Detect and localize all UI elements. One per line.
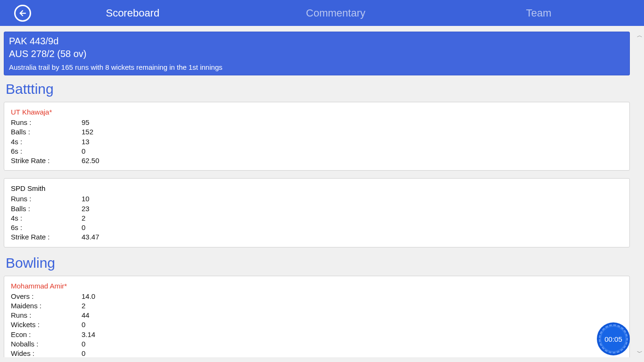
stat-value: 0 [82, 349, 85, 357]
stat-label: Balls : [11, 204, 82, 214]
tab-commentary[interactable]: Commentary [234, 0, 438, 26]
stat-label: Econ : [11, 330, 82, 339]
stat-label: Runs : [11, 118, 82, 127]
stat-value: 3.14 [82, 330, 95, 339]
stat-row: Balls :23 [11, 204, 623, 214]
stat-row: Maidens :2 [11, 301, 623, 311]
stat-label: 6s : [11, 223, 82, 232]
scrollbar[interactable]: ︿ ﹀ [636, 32, 644, 356]
stat-row: Runs :44 [11, 311, 623, 320]
stat-label: Strike Rate : [11, 232, 82, 242]
stat-row: Strike Rate :62.50 [11, 156, 623, 165]
stat-value: 95 [82, 118, 90, 127]
stat-row: Overs :14.0 [11, 292, 623, 301]
stat-value: 2 [82, 301, 85, 311]
stat-label: Noballs : [11, 339, 82, 349]
tab-team[interactable]: Team [437, 0, 640, 26]
stat-label: Maidens : [11, 301, 82, 311]
stat-row: 4s :13 [11, 137, 623, 147]
stat-row: Wides :0 [11, 349, 623, 357]
stat-value: 152 [82, 127, 93, 137]
scroll-down-icon[interactable]: ﹀ [637, 349, 643, 356]
stat-label: Runs : [11, 194, 82, 204]
stat-value: 0 [82, 147, 85, 156]
stat-row: Balls :152 [11, 127, 623, 137]
match-summary: PAK 443/9d AUS 278/2 (58 ov) Australia t… [4, 32, 630, 75]
batter-name: UT Khawaja* [11, 108, 623, 116]
stat-label: Runs : [11, 311, 82, 320]
stat-row: Runs :95 [11, 118, 623, 127]
stat-value: 23 [82, 204, 90, 214]
summary-line-2: AUS 278/2 (58 ov) [9, 48, 625, 60]
bowler-name: Mohammad Amir* [11, 282, 623, 290]
bowling-card: Mohammad Amir* Overs :14.0 Maidens :2 Ru… [4, 276, 630, 358]
arrow-left-icon [18, 9, 27, 17]
stat-value: 10 [82, 194, 90, 204]
batter-name: SPD Smith [11, 184, 623, 192]
stat-value: 62.50 [82, 156, 99, 165]
batting-card: UT Khawaja* Runs :95 Balls :152 4s :13 6… [4, 102, 630, 171]
stat-value: 14.0 [82, 292, 95, 301]
stat-row: 6s :0 [11, 223, 623, 232]
stat-row: Econ :3.14 [11, 330, 623, 339]
summary-status: Australia trail by 165 runs with 8 wicke… [9, 63, 625, 71]
stat-row: 4s :2 [11, 214, 623, 223]
refresh-timer[interactable]: 00:05 [599, 324, 628, 354]
tab-scoreboard[interactable]: Scoreboard [31, 0, 234, 26]
back-button[interactable] [14, 5, 31, 22]
stat-label: Strike Rate : [11, 156, 82, 165]
stat-value: 43.47 [82, 232, 99, 242]
tabs: Scoreboard Commentary Team [31, 0, 640, 26]
stat-value: 0 [82, 320, 85, 329]
stat-label: 6s : [11, 147, 82, 156]
stat-row: Noballs :0 [11, 339, 623, 349]
scroll-area[interactable]: PAK 443/9d AUS 278/2 (58 ov) Australia t… [4, 32, 630, 357]
stat-row: Strike Rate :43.47 [11, 232, 623, 242]
section-title-batting: Battting [6, 81, 630, 97]
section-title-bowling: Bowling [6, 255, 630, 271]
summary-line-1: PAK 443/9d [9, 35, 625, 48]
stat-label: Wides : [11, 349, 82, 357]
stat-value: 0 [82, 223, 85, 232]
scroll-up-icon[interactable]: ︿ [637, 32, 643, 39]
stat-value: 2 [82, 214, 85, 223]
stat-label: 4s : [11, 137, 82, 147]
stat-value: 0 [82, 339, 85, 349]
stat-label: Wickets : [11, 320, 82, 329]
page-content: PAK 443/9d AUS 278/2 (58 ov) Australia t… [0, 26, 644, 362]
stat-value: 44 [82, 311, 90, 320]
stat-value: 13 [82, 137, 90, 147]
stat-row: Runs :10 [11, 194, 623, 204]
stat-row: Wickets :0 [11, 320, 623, 329]
stat-row: 6s :0 [11, 147, 623, 156]
topbar: Scoreboard Commentary Team [0, 0, 644, 26]
stat-label: Overs : [11, 292, 82, 301]
batting-card: SPD Smith Runs :10 Balls :23 4s :2 6s :0… [4, 178, 630, 247]
stat-label: Balls : [11, 127, 82, 137]
stat-label: 4s : [11, 214, 82, 223]
